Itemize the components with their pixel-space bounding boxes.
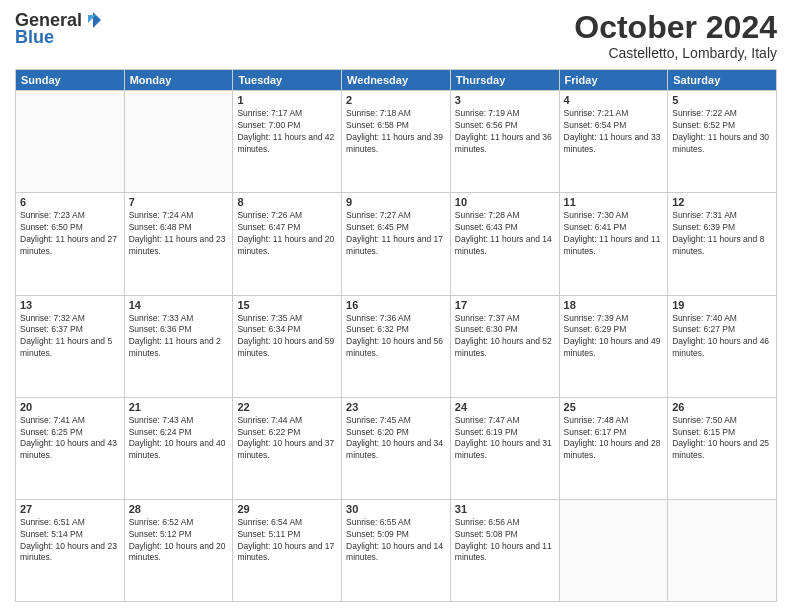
day-cell: 9Sunrise: 7:27 AM Sunset: 6:45 PM Daylig… — [342, 193, 451, 295]
page: General Blue October 2024 Castelletto, L… — [0, 0, 792, 612]
day-number: 17 — [455, 299, 555, 311]
day-cell: 19Sunrise: 7:40 AM Sunset: 6:27 PM Dayli… — [668, 295, 777, 397]
day-number: 14 — [129, 299, 229, 311]
day-cell: 17Sunrise: 7:37 AM Sunset: 6:30 PM Dayli… — [450, 295, 559, 397]
day-info: Sunrise: 7:36 AM Sunset: 6:32 PM Dayligh… — [346, 313, 446, 361]
day-cell: 8Sunrise: 7:26 AM Sunset: 6:47 PM Daylig… — [233, 193, 342, 295]
week-row-0: 1Sunrise: 7:17 AM Sunset: 7:00 PM Daylig… — [16, 91, 777, 193]
weekday-sunday: Sunday — [16, 70, 125, 91]
day-number: 31 — [455, 503, 555, 515]
day-info: Sunrise: 7:17 AM Sunset: 7:00 PM Dayligh… — [237, 108, 337, 156]
day-number: 30 — [346, 503, 446, 515]
svg-marker-0 — [93, 12, 101, 28]
day-number: 19 — [672, 299, 772, 311]
day-number: 2 — [346, 94, 446, 106]
day-cell — [16, 91, 125, 193]
day-info: Sunrise: 6:51 AM Sunset: 5:14 PM Dayligh… — [20, 517, 120, 565]
calendar: SundayMondayTuesdayWednesdayThursdayFrid… — [15, 69, 777, 602]
day-cell: 31Sunrise: 6:56 AM Sunset: 5:08 PM Dayli… — [450, 499, 559, 601]
day-number: 23 — [346, 401, 446, 413]
day-number: 24 — [455, 401, 555, 413]
day-info: Sunrise: 7:23 AM Sunset: 6:50 PM Dayligh… — [20, 210, 120, 258]
week-row-3: 20Sunrise: 7:41 AM Sunset: 6:25 PM Dayli… — [16, 397, 777, 499]
day-number: 9 — [346, 196, 446, 208]
day-info: Sunrise: 7:28 AM Sunset: 6:43 PM Dayligh… — [455, 210, 555, 258]
day-info: Sunrise: 7:35 AM Sunset: 6:34 PM Dayligh… — [237, 313, 337, 361]
day-cell: 14Sunrise: 7:33 AM Sunset: 6:36 PM Dayli… — [124, 295, 233, 397]
day-number: 6 — [20, 196, 120, 208]
day-number: 13 — [20, 299, 120, 311]
day-info: Sunrise: 7:47 AM Sunset: 6:19 PM Dayligh… — [455, 415, 555, 463]
weekday-tuesday: Tuesday — [233, 70, 342, 91]
header: General Blue October 2024 Castelletto, L… — [15, 10, 777, 61]
logo-blue: Blue — [15, 27, 54, 48]
day-info: Sunrise: 7:27 AM Sunset: 6:45 PM Dayligh… — [346, 210, 446, 258]
week-row-2: 13Sunrise: 7:32 AM Sunset: 6:37 PM Dayli… — [16, 295, 777, 397]
day-number: 29 — [237, 503, 337, 515]
day-cell: 16Sunrise: 7:36 AM Sunset: 6:32 PM Dayli… — [342, 295, 451, 397]
day-cell: 10Sunrise: 7:28 AM Sunset: 6:43 PM Dayli… — [450, 193, 559, 295]
day-info: Sunrise: 6:55 AM Sunset: 5:09 PM Dayligh… — [346, 517, 446, 565]
location: Castelletto, Lombardy, Italy — [574, 45, 777, 61]
day-number: 16 — [346, 299, 446, 311]
day-info: Sunrise: 7:40 AM Sunset: 6:27 PM Dayligh… — [672, 313, 772, 361]
day-cell: 15Sunrise: 7:35 AM Sunset: 6:34 PM Dayli… — [233, 295, 342, 397]
day-cell: 11Sunrise: 7:30 AM Sunset: 6:41 PM Dayli… — [559, 193, 668, 295]
day-info: Sunrise: 7:22 AM Sunset: 6:52 PM Dayligh… — [672, 108, 772, 156]
day-number: 20 — [20, 401, 120, 413]
weekday-thursday: Thursday — [450, 70, 559, 91]
day-cell: 1Sunrise: 7:17 AM Sunset: 7:00 PM Daylig… — [233, 91, 342, 193]
weekday-wednesday: Wednesday — [342, 70, 451, 91]
day-cell: 6Sunrise: 7:23 AM Sunset: 6:50 PM Daylig… — [16, 193, 125, 295]
day-number: 27 — [20, 503, 120, 515]
day-number: 7 — [129, 196, 229, 208]
day-number: 8 — [237, 196, 337, 208]
day-cell: 22Sunrise: 7:44 AM Sunset: 6:22 PM Dayli… — [233, 397, 342, 499]
day-cell — [124, 91, 233, 193]
week-row-1: 6Sunrise: 7:23 AM Sunset: 6:50 PM Daylig… — [16, 193, 777, 295]
day-cell: 13Sunrise: 7:32 AM Sunset: 6:37 PM Dayli… — [16, 295, 125, 397]
day-cell: 12Sunrise: 7:31 AM Sunset: 6:39 PM Dayli… — [668, 193, 777, 295]
day-info: Sunrise: 6:52 AM Sunset: 5:12 PM Dayligh… — [129, 517, 229, 565]
day-info: Sunrise: 7:33 AM Sunset: 6:36 PM Dayligh… — [129, 313, 229, 361]
day-info: Sunrise: 7:45 AM Sunset: 6:20 PM Dayligh… — [346, 415, 446, 463]
day-number: 4 — [564, 94, 664, 106]
day-info: Sunrise: 7:30 AM Sunset: 6:41 PM Dayligh… — [564, 210, 664, 258]
day-cell: 27Sunrise: 6:51 AM Sunset: 5:14 PM Dayli… — [16, 499, 125, 601]
day-cell: 5Sunrise: 7:22 AM Sunset: 6:52 PM Daylig… — [668, 91, 777, 193]
day-number: 11 — [564, 196, 664, 208]
day-info: Sunrise: 7:31 AM Sunset: 6:39 PM Dayligh… — [672, 210, 772, 258]
day-cell: 30Sunrise: 6:55 AM Sunset: 5:09 PM Dayli… — [342, 499, 451, 601]
day-info: Sunrise: 7:18 AM Sunset: 6:58 PM Dayligh… — [346, 108, 446, 156]
day-cell: 23Sunrise: 7:45 AM Sunset: 6:20 PM Dayli… — [342, 397, 451, 499]
day-info: Sunrise: 7:24 AM Sunset: 6:48 PM Dayligh… — [129, 210, 229, 258]
day-cell: 25Sunrise: 7:48 AM Sunset: 6:17 PM Dayli… — [559, 397, 668, 499]
day-cell: 24Sunrise: 7:47 AM Sunset: 6:19 PM Dayli… — [450, 397, 559, 499]
day-cell — [668, 499, 777, 601]
title-area: October 2024 Castelletto, Lombardy, Ital… — [574, 10, 777, 61]
day-number: 22 — [237, 401, 337, 413]
day-info: Sunrise: 7:41 AM Sunset: 6:25 PM Dayligh… — [20, 415, 120, 463]
day-info: Sunrise: 7:39 AM Sunset: 6:29 PM Dayligh… — [564, 313, 664, 361]
logo: General Blue — [15, 10, 102, 48]
month-title: October 2024 — [574, 10, 777, 45]
day-cell: 4Sunrise: 7:21 AM Sunset: 6:54 PM Daylig… — [559, 91, 668, 193]
day-info: Sunrise: 7:21 AM Sunset: 6:54 PM Dayligh… — [564, 108, 664, 156]
weekday-header-row: SundayMondayTuesdayWednesdayThursdayFrid… — [16, 70, 777, 91]
day-cell: 20Sunrise: 7:41 AM Sunset: 6:25 PM Dayli… — [16, 397, 125, 499]
day-info: Sunrise: 7:32 AM Sunset: 6:37 PM Dayligh… — [20, 313, 120, 361]
day-number: 12 — [672, 196, 772, 208]
day-info: Sunrise: 7:48 AM Sunset: 6:17 PM Dayligh… — [564, 415, 664, 463]
weekday-saturday: Saturday — [668, 70, 777, 91]
day-info: Sunrise: 7:44 AM Sunset: 6:22 PM Dayligh… — [237, 415, 337, 463]
week-row-4: 27Sunrise: 6:51 AM Sunset: 5:14 PM Dayli… — [16, 499, 777, 601]
day-number: 10 — [455, 196, 555, 208]
day-cell: 7Sunrise: 7:24 AM Sunset: 6:48 PM Daylig… — [124, 193, 233, 295]
day-number: 1 — [237, 94, 337, 106]
day-number: 26 — [672, 401, 772, 413]
day-cell — [559, 499, 668, 601]
day-cell: 28Sunrise: 6:52 AM Sunset: 5:12 PM Dayli… — [124, 499, 233, 601]
day-info: Sunrise: 7:37 AM Sunset: 6:30 PM Dayligh… — [455, 313, 555, 361]
day-info: Sunrise: 7:26 AM Sunset: 6:47 PM Dayligh… — [237, 210, 337, 258]
day-info: Sunrise: 7:50 AM Sunset: 6:15 PM Dayligh… — [672, 415, 772, 463]
